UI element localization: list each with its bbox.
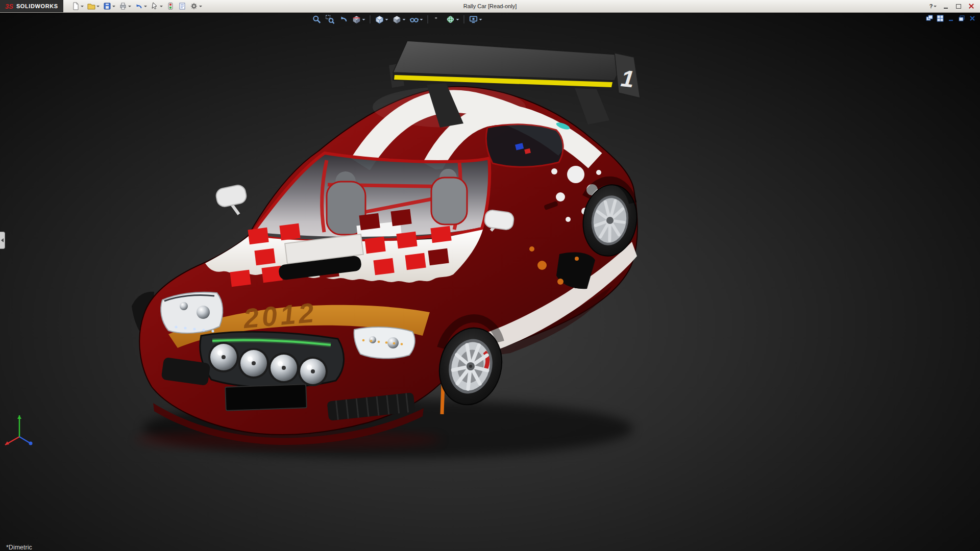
- cascade-doc-button[interactable]: [925, 14, 933, 22]
- zoom-to-area-button[interactable]: [325, 14, 336, 24]
- edit-appearance-button[interactable]: [432, 14, 443, 24]
- front-grille[interactable]: [200, 332, 344, 387]
- reference-triad: [5, 415, 33, 445]
- close-doc-button[interactable]: [968, 14, 976, 22]
- restore-icon: [956, 4, 961, 9]
- solidworks-logo-mark-icon: 3S: [5, 3, 13, 10]
- zoom-to-fit-button[interactable]: [311, 14, 323, 24]
- view-settings-button[interactable]: [468, 14, 483, 24]
- rebuild-button[interactable]: [165, 1, 176, 11]
- chevron-left-icon: [1, 238, 4, 242]
- dropdown-caret[interactable]: [362, 19, 365, 20]
- previous-view-icon: [339, 15, 348, 24]
- view-orientation-label: *Dimetric: [6, 544, 32, 551]
- undo-icon: [135, 2, 143, 10]
- dropdown-caret[interactable]: [112, 6, 115, 7]
- previous-view-button[interactable]: [338, 14, 349, 24]
- dropdown-caret[interactable]: [403, 19, 406, 20]
- dropdown-caret[interactable]: [96, 6, 100, 7]
- solidworks-logo: 3S SOLIDWORKS: [0, 0, 63, 12]
- hood-year-decal: 2012: [241, 297, 318, 334]
- hide-show-button[interactable]: [409, 14, 424, 24]
- window-title: Rally Car [Read-only]: [463, 3, 517, 9]
- options-icon: [190, 2, 198, 10]
- dropdown-caret[interactable]: [81, 6, 84, 7]
- solidworks-brand-text: SOLIDWORKS: [16, 3, 58, 9]
- display-style-icon: [393, 15, 402, 24]
- model-viewport-scene: 2012: [0, 12, 980, 551]
- help-button[interactable]: ?: [928, 2, 938, 10]
- print-button[interactable]: [118, 1, 132, 11]
- file-properties-icon: [178, 2, 186, 10]
- options-button[interactable]: [189, 1, 203, 11]
- toolbar-separator: [428, 15, 428, 23]
- save-icon: [103, 2, 111, 10]
- toolbar-separator: [370, 15, 371, 23]
- select-button[interactable]: [150, 1, 164, 11]
- edit-appearance-icon: [433, 15, 442, 24]
- dropdown-caret[interactable]: [479, 19, 482, 20]
- restore-button[interactable]: [954, 2, 963, 10]
- dropdown-caret[interactable]: [160, 6, 163, 7]
- view-settings-icon: [469, 15, 478, 24]
- left-headlight: [161, 292, 223, 333]
- minimize-icon: [944, 8, 948, 9]
- file-properties-button[interactable]: [177, 1, 187, 11]
- minimize-doc-button[interactable]: [947, 14, 954, 22]
- dropdown-caret[interactable]: [199, 6, 202, 7]
- toolbar-separator: [464, 15, 464, 23]
- dropdown-caret[interactable]: [385, 19, 388, 20]
- view-orientation-button[interactable]: [374, 14, 389, 24]
- section-view-button[interactable]: [351, 14, 366, 24]
- headsup-toolbar: [308, 13, 486, 26]
- close-button[interactable]: [967, 2, 976, 10]
- rebuild-icon: [166, 2, 175, 10]
- chevron-down-icon: [934, 6, 937, 7]
- open-button[interactable]: [86, 1, 101, 11]
- cascade-doc-icon: [926, 15, 933, 22]
- close-icon: [969, 4, 974, 9]
- new-document-button[interactable]: [70, 1, 85, 11]
- select-icon: [151, 2, 159, 10]
- restore-doc-button[interactable]: [958, 14, 965, 22]
- dropdown-caret[interactable]: [144, 6, 147, 7]
- open-icon: [87, 2, 95, 10]
- tile-doc-icon: [937, 15, 944, 22]
- zoom-to-fit-icon: [312, 15, 322, 24]
- close-doc-icon: [969, 15, 976, 22]
- dropdown-caret[interactable]: [456, 19, 459, 20]
- tile-doc-button[interactable]: [936, 14, 944, 22]
- minimize-button[interactable]: [941, 2, 950, 10]
- car-model[interactable]: 2012: [132, 41, 641, 458]
- dropdown-caret[interactable]: [128, 6, 131, 7]
- save-button[interactable]: [102, 1, 116, 11]
- zoom-to-area-icon: [326, 15, 335, 24]
- standard-toolbar: [70, 1, 203, 11]
- new-document-icon: [71, 2, 80, 10]
- help-icon: ?: [929, 3, 933, 9]
- apply-scene-button[interactable]: [445, 14, 460, 24]
- print-icon: [119, 2, 127, 10]
- right-headlight: [354, 327, 415, 359]
- display-style-button[interactable]: [391, 14, 407, 24]
- document-window-controls: [925, 14, 976, 22]
- race-number-decal: 1: [620, 65, 635, 92]
- hide-show-icon: [410, 15, 419, 24]
- license-plate: [225, 384, 307, 410]
- panel-collapse-tab[interactable]: [0, 232, 5, 249]
- view-orientation-icon: [375, 15, 384, 24]
- left-mirror: [215, 184, 248, 214]
- restore-doc-icon: [958, 15, 965, 22]
- titlebar: 3S SOLIDWORKS Rally Car [Read-only] ?: [0, 0, 980, 13]
- graphics-viewport[interactable]: 2012: [0, 12, 980, 551]
- undo-button[interactable]: [134, 1, 148, 11]
- section-view-icon: [352, 15, 361, 24]
- window-controls: ?: [928, 2, 980, 10]
- dropdown-caret[interactable]: [420, 19, 423, 20]
- apply-scene-icon: [446, 15, 455, 24]
- minimize-doc-icon: [947, 15, 954, 22]
